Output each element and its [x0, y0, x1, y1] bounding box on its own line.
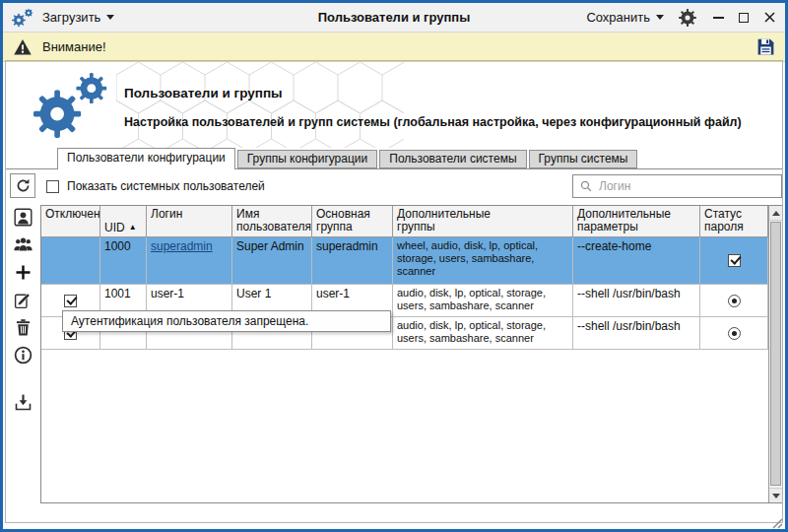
arrow-up-icon: [772, 211, 780, 216]
plus-icon: [13, 262, 33, 283]
cell-extra-params: --shell /usr/bin/bash: [573, 317, 700, 350]
warning-triangle-icon: [12, 37, 33, 57]
save-floppy-button[interactable]: [755, 36, 776, 57]
cell-name: Super Admin: [232, 237, 312, 285]
close-button[interactable]: [762, 11, 776, 25]
column-header-uid-label: UID: [104, 221, 125, 234]
close-icon: [764, 12, 775, 23]
column-header-extra-params[interactable]: Дополнительные параметры: [573, 206, 700, 237]
dropdown-arrow-icon: [106, 15, 114, 20]
dropdown-arrow-icon: [656, 15, 664, 20]
login-link[interactable]: superadmin: [151, 239, 213, 253]
disabled-checkbox[interactable]: [64, 295, 77, 307]
user-profile-button[interactable]: [11, 205, 36, 229]
cell-extra-groups: audio, disk, lp, optical, storage, users…: [393, 317, 573, 350]
cell-password-status: [700, 317, 768, 350]
cell-extra-groups: audio, disk, lp, optical, storage, users…: [393, 285, 573, 317]
scroll-down-button[interactable]: [769, 488, 782, 502]
cell-password-status: [700, 237, 768, 285]
load-menu-button[interactable]: Загрузить: [42, 10, 114, 25]
side-toolbar: [10, 205, 36, 414]
settings-gear-button[interactable]: [679, 9, 696, 27]
cell-extra-groups: wheel, audio, disk, lp, optical, storage…: [393, 237, 573, 285]
users-table: Отключен UID▲ Логин Имя пользователя Осн…: [40, 205, 783, 503]
search-icon: [579, 179, 593, 193]
cell-password-status: [700, 285, 768, 317]
maximize-icon: [739, 13, 749, 23]
tab-config-users[interactable]: Пользователи конфигурации: [57, 148, 235, 169]
cell-extra-params: --create-home: [573, 237, 700, 285]
search-box: [572, 174, 782, 198]
tab-config-groups[interactable]: Группы конфигурации: [237, 150, 377, 168]
column-header-primary-group[interactable]: Основная группа: [312, 206, 393, 237]
tab-system-groups[interactable]: Группы системы: [529, 150, 638, 168]
page-title: Пользователи и группы: [124, 86, 742, 100]
tab-bar: Пользователи конфигурации Группы конфигу…: [57, 148, 637, 169]
column-header-name[interactable]: Имя пользователя: [232, 206, 312, 237]
column-header-disabled[interactable]: Отключен: [41, 206, 100, 237]
user-info-button[interactable]: [11, 343, 36, 366]
show-system-users-checkbox[interactable]: [46, 180, 59, 193]
maximize-button[interactable]: [737, 11, 751, 25]
search-input[interactable]: [599, 179, 775, 193]
column-header-uid[interactable]: UID▲: [100, 206, 147, 237]
app-window: Загрузить Пользователи и группы Сохранит…: [0, 0, 788, 532]
warning-bar: Внимание!: [3, 33, 785, 62]
password-status-radio[interactable]: [728, 327, 741, 340]
cell-extra-params: --shell /usr/bin/bash: [573, 285, 700, 317]
arrow-down-icon: [772, 494, 780, 499]
show-system-users-toggle[interactable]: Показать системных пользователей: [46, 176, 265, 196]
password-status-checkbox[interactable]: [728, 254, 741, 267]
trash-icon: [13, 317, 33, 338]
scrollbar-thumb[interactable]: [770, 222, 781, 486]
sort-ascending-icon: ▲: [129, 223, 137, 232]
edit-user-button[interactable]: [11, 288, 36, 311]
resize-grip[interactable]: [769, 515, 783, 529]
cell-disabled: [41, 237, 100, 285]
load-menu-label: Загрузить: [42, 10, 100, 25]
refresh-icon: [15, 177, 32, 194]
user-card-icon: [13, 207, 33, 228]
save-menu-label: Сохранить: [586, 10, 650, 25]
refresh-button[interactable]: [10, 173, 35, 198]
tab-system-users[interactable]: Пользователи системы: [379, 150, 526, 168]
cell-primary-group: superadmin: [312, 237, 393, 285]
scroll-up-button[interactable]: [769, 206, 782, 221]
column-header-password-status[interactable]: Статус пароля: [700, 206, 768, 237]
edit-pencil-icon: [13, 290, 33, 310]
export-download-icon: [13, 392, 33, 413]
minimize-button[interactable]: [711, 11, 725, 25]
warning-message: Внимание!: [42, 39, 106, 54]
save-menu-button[interactable]: Сохранить: [586, 10, 664, 25]
add-user-button[interactable]: [11, 260, 36, 284]
column-header-login[interactable]: Логин: [147, 206, 232, 237]
table-header-row: Отключен UID▲ Логин Имя пользователя Осн…: [41, 206, 782, 237]
user-groups-button[interactable]: [11, 233, 36, 256]
titlebar: Загрузить Пользователи и группы Сохранит…: [3, 3, 785, 33]
show-system-users-label: Показать системных пользователей: [67, 179, 265, 193]
password-status-radio[interactable]: [728, 295, 741, 307]
minimize-icon: [713, 17, 724, 19]
tooltip: Аутентификация пользователя запрещена.: [62, 310, 391, 332]
page-subtitle: Настройка пользователей и групп системы …: [124, 115, 742, 129]
vertical-scrollbar[interactable]: [768, 206, 782, 502]
user-group-icon: [13, 234, 33, 255]
cell-login: superadmin: [147, 237, 232, 285]
export-users-button[interactable]: [11, 390, 36, 414]
column-header-extra-groups[interactable]: Дополнительные группы: [393, 206, 573, 237]
app-logo-gears-icon: [30, 73, 112, 138]
delete-user-button[interactable]: [11, 315, 36, 339]
app-logo-gears-icon: [12, 8, 33, 28]
table-row-superadmin[interactable]: 1000 superadmin Super Admin superadmin w…: [41, 237, 782, 285]
cell-uid: 1000: [100, 237, 147, 285]
info-icon: [13, 345, 33, 366]
app-header: Пользователи и группы Настройка пользова…: [6, 62, 782, 148]
